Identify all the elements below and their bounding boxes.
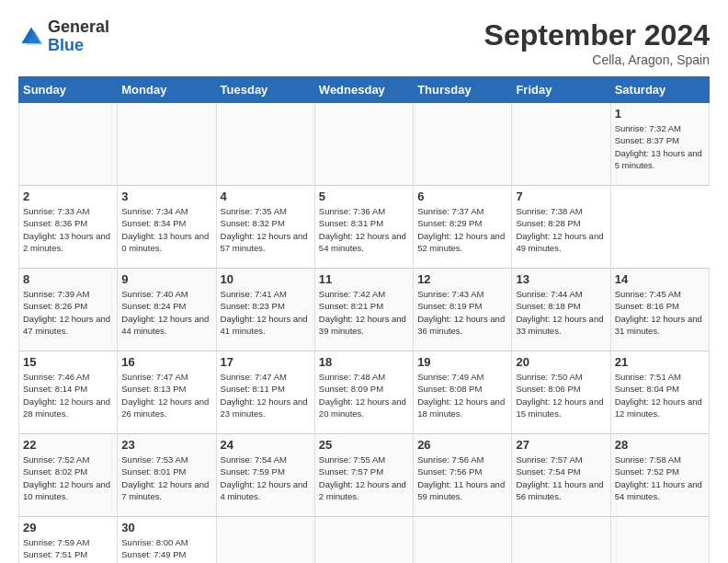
- day-header-thursday: Thursday: [414, 77, 512, 103]
- calendar-cell: [414, 517, 512, 564]
- day-info: Sunrise: 7:47 AMSunset: 8:11 PMDaylight:…: [221, 371, 311, 419]
- calendar-cell: 25Sunrise: 7:55 AMSunset: 7:57 PMDayligh…: [314, 434, 413, 517]
- calendar-cell: 7Sunrise: 7:38 AMSunset: 8:28 PMDaylight…: [512, 186, 610, 269]
- page-header: General Blue September 2024 Cella, Arago…: [18, 18, 710, 67]
- day-number: 16: [121, 355, 211, 369]
- day-number: 14: [615, 272, 705, 286]
- day-info: Sunrise: 7:56 AMSunset: 7:56 PMDaylight:…: [417, 454, 507, 502]
- calendar-cell: 29Sunrise: 7:59 AMSunset: 7:51 PMDayligh…: [19, 517, 118, 564]
- day-info: Sunrise: 7:53 AMSunset: 8:01 PMDaylight:…: [121, 454, 211, 502]
- calendar-week-row: 2Sunrise: 7:33 AMSunset: 8:36 PMDaylight…: [19, 186, 710, 269]
- calendar-header-row: SundayMondayTuesdayWednesdayThursdayFrid…: [19, 77, 710, 103]
- calendar-cell: 6Sunrise: 7:37 AMSunset: 8:29 PMDaylight…: [414, 186, 512, 269]
- title-block: September 2024 Cella, Aragon, Spain: [484, 18, 710, 67]
- day-header-friday: Friday: [512, 77, 610, 103]
- calendar-week-row: 15Sunrise: 7:46 AMSunset: 8:14 PMDayligh…: [19, 351, 710, 434]
- day-info: Sunrise: 7:55 AMSunset: 7:57 PMDaylight:…: [319, 454, 409, 502]
- day-info: Sunrise: 7:33 AMSunset: 8:36 PMDaylight:…: [23, 205, 113, 254]
- calendar-cell: 5Sunrise: 7:36 AMSunset: 8:31 PMDaylight…: [314, 186, 413, 269]
- day-number: 9: [121, 272, 211, 286]
- day-number: 21: [615, 355, 705, 369]
- day-number: 18: [319, 355, 409, 369]
- calendar-cell: 19Sunrise: 7:49 AMSunset: 8:08 PMDayligh…: [414, 351, 512, 434]
- day-number: 12: [417, 272, 507, 286]
- calendar-cell: 11Sunrise: 7:42 AMSunset: 8:21 PMDayligh…: [314, 269, 413, 351]
- day-header-monday: Monday: [118, 77, 216, 103]
- day-number: 8: [23, 272, 113, 286]
- calendar-cell: 30Sunrise: 8:00 AMSunset: 7:49 PMDayligh…: [118, 517, 216, 564]
- calendar-cell: 21Sunrise: 7:51 AMSunset: 8:04 PMDayligh…: [610, 351, 709, 434]
- day-number: 22: [23, 438, 113, 452]
- calendar-cell: [216, 517, 314, 564]
- day-info: Sunrise: 7:48 AMSunset: 8:09 PMDaylight:…: [319, 371, 409, 419]
- day-number: 13: [516, 272, 606, 286]
- calendar-cell: 26Sunrise: 7:56 AMSunset: 7:56 PMDayligh…: [414, 434, 512, 517]
- calendar-cell: 8Sunrise: 7:39 AMSunset: 8:26 PMDaylight…: [19, 269, 118, 351]
- day-number: 23: [121, 438, 211, 452]
- calendar-cell: 18Sunrise: 7:48 AMSunset: 8:09 PMDayligh…: [314, 351, 413, 434]
- calendar-cell: 27Sunrise: 7:57 AMSunset: 7:54 PMDayligh…: [512, 434, 610, 517]
- calendar-cell: 23Sunrise: 7:53 AMSunset: 8:01 PMDayligh…: [118, 434, 216, 517]
- day-number: 17: [221, 355, 311, 369]
- day-info: Sunrise: 7:37 AMSunset: 8:29 PMDaylight:…: [417, 205, 507, 254]
- logo-general-text: General: [48, 17, 109, 36]
- day-info: Sunrise: 7:41 AMSunset: 8:23 PMDaylight:…: [221, 288, 311, 337]
- day-number: 5: [319, 190, 409, 203]
- calendar-cell: 17Sunrise: 7:47 AMSunset: 8:11 PMDayligh…: [216, 351, 314, 434]
- calendar-cell: [610, 517, 709, 564]
- day-number: 4: [221, 190, 311, 203]
- calendar-cell: 16Sunrise: 7:47 AMSunset: 8:13 PMDayligh…: [118, 351, 216, 434]
- calendar-cell: 15Sunrise: 7:46 AMSunset: 8:14 PMDayligh…: [19, 351, 118, 434]
- day-info: Sunrise: 7:35 AMSunset: 8:32 PMDaylight:…: [221, 205, 311, 254]
- calendar-week-row: 1Sunrise: 7:32 AMSunset: 8:37 PMDaylight…: [19, 103, 710, 186]
- calendar-cell: 9Sunrise: 7:40 AMSunset: 8:24 PMDaylight…: [118, 269, 216, 351]
- day-info: Sunrise: 7:59 AMSunset: 7:51 PMDaylight:…: [23, 536, 113, 563]
- calendar-cell: 14Sunrise: 7:45 AMSunset: 8:16 PMDayligh…: [610, 269, 709, 351]
- day-header-tuesday: Tuesday: [216, 77, 314, 103]
- month-title: September 2024: [484, 18, 710, 52]
- calendar-table: SundayMondayTuesdayWednesdayThursdayFrid…: [18, 76, 710, 563]
- day-info: Sunrise: 7:44 AMSunset: 8:18 PMDaylight:…: [516, 288, 606, 337]
- calendar-cell: 3Sunrise: 7:34 AMSunset: 8:34 PMDaylight…: [118, 186, 216, 269]
- day-info: Sunrise: 7:51 AMSunset: 8:04 PMDaylight:…: [615, 371, 705, 419]
- calendar-cell: [118, 103, 216, 186]
- logo: General Blue: [18, 18, 109, 55]
- calendar-cell: 10Sunrise: 7:41 AMSunset: 8:23 PMDayligh…: [216, 269, 314, 351]
- calendar-cell: [512, 103, 610, 186]
- day-info: Sunrise: 7:49 AMSunset: 8:08 PMDaylight:…: [417, 371, 507, 419]
- day-info: Sunrise: 7:58 AMSunset: 7:52 PMDaylight:…: [615, 454, 705, 502]
- calendar-cell: [314, 103, 413, 186]
- day-number: 29: [23, 521, 113, 534]
- day-info: Sunrise: 7:57 AMSunset: 7:54 PMDaylight:…: [516, 454, 606, 502]
- calendar-cell: 22Sunrise: 7:52 AMSunset: 8:02 PMDayligh…: [19, 434, 118, 517]
- calendar-cell: 13Sunrise: 7:44 AMSunset: 8:18 PMDayligh…: [512, 269, 610, 351]
- logo-blue-text: Blue: [48, 36, 84, 54]
- calendar-cell: 24Sunrise: 7:54 AMSunset: 7:59 PMDayligh…: [216, 434, 314, 517]
- calendar-cell: 12Sunrise: 7:43 AMSunset: 8:19 PMDayligh…: [414, 269, 512, 351]
- day-header-sunday: Sunday: [19, 77, 118, 103]
- day-number: 15: [23, 355, 113, 369]
- day-info: Sunrise: 7:40 AMSunset: 8:24 PMDaylight:…: [121, 288, 211, 337]
- location: Cella, Aragon, Spain: [484, 52, 710, 67]
- calendar-cell: 20Sunrise: 7:50 AMSunset: 8:06 PMDayligh…: [512, 351, 610, 434]
- day-info: Sunrise: 7:45 AMSunset: 8:16 PMDaylight:…: [615, 288, 705, 337]
- calendar-week-row: 8Sunrise: 7:39 AMSunset: 8:26 PMDaylight…: [19, 269, 710, 351]
- day-number: 1: [615, 107, 705, 121]
- day-info: Sunrise: 8:00 AMSunset: 7:49 PMDaylight:…: [121, 536, 211, 563]
- calendar-cell: 2Sunrise: 7:33 AMSunset: 8:36 PMDaylight…: [19, 186, 118, 269]
- day-info: Sunrise: 7:43 AMSunset: 8:19 PMDaylight:…: [417, 288, 507, 337]
- day-number: 6: [417, 190, 507, 203]
- day-info: Sunrise: 7:32 AMSunset: 8:37 PMDaylight:…: [615, 122, 705, 171]
- day-number: 11: [319, 272, 409, 286]
- calendar-week-row: 22Sunrise: 7:52 AMSunset: 8:02 PMDayligh…: [19, 434, 710, 517]
- calendar-cell: 4Sunrise: 7:35 AMSunset: 8:32 PMDaylight…: [216, 186, 314, 269]
- day-info: Sunrise: 7:38 AMSunset: 8:28 PMDaylight:…: [516, 205, 606, 254]
- day-header-wednesday: Wednesday: [314, 77, 413, 103]
- calendar-cell: 28Sunrise: 7:58 AMSunset: 7:52 PMDayligh…: [610, 434, 709, 517]
- day-info: Sunrise: 7:36 AMSunset: 8:31 PMDaylight:…: [319, 205, 409, 254]
- calendar-cell: [19, 103, 118, 186]
- day-number: 25: [319, 438, 409, 452]
- day-number: 3: [121, 190, 211, 203]
- day-number: 20: [516, 355, 606, 369]
- day-number: 10: [221, 272, 311, 286]
